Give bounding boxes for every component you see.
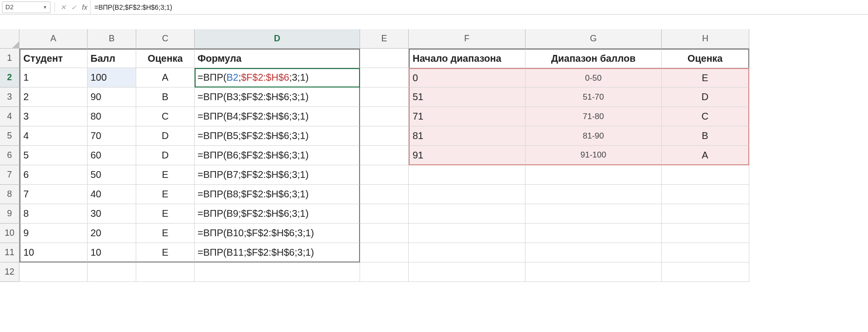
cell-D3[interactable]: =ВПР(B3;$F$2:$H$6;3;1) [195,87,360,107]
cell-F7[interactable] [409,165,525,185]
cell-G11[interactable] [525,243,662,262]
row-header-1[interactable]: 1 [0,49,19,68]
cell-A7[interactable]: 6 [19,165,88,185]
cell-E11[interactable] [360,243,409,262]
cell-H2[interactable]: E [662,68,749,87]
cell-A2[interactable]: 1 [19,68,88,87]
row-header-7[interactable]: 7 [0,165,19,185]
cell-E2[interactable] [360,68,409,87]
col-header-B[interactable]: B [88,29,136,49]
col-header-H[interactable]: H [662,29,749,49]
row-header-10[interactable]: 10 [0,224,19,243]
cell-G5[interactable]: 81-90 [525,126,662,146]
row-header-12[interactable]: 12 [0,262,19,282]
cell-A12[interactable] [19,262,88,282]
cell-C12[interactable] [136,262,195,282]
cell-A1[interactable]: Студент [19,49,88,68]
cell-D9[interactable]: =ВПР(B9;$F$2:$H$6;3;1) [195,204,360,224]
cell-G7[interactable] [525,165,662,185]
cell-F8[interactable] [409,185,525,204]
cell-F3[interactable]: 51 [409,87,525,107]
cell-D12[interactable] [195,262,360,282]
cell-C11[interactable]: E [136,243,195,262]
cell-F1[interactable]: Начало диапазона [409,49,525,68]
cell-G9[interactable] [525,204,662,224]
cell-E4[interactable] [360,107,409,126]
cell-C7[interactable]: E [136,165,195,185]
cell-C4[interactable]: C [136,107,195,126]
cell-G10[interactable] [525,224,662,243]
select-all-corner[interactable] [0,29,19,49]
cell-H5[interactable]: B [662,126,749,146]
cell-G4[interactable]: 71-80 [525,107,662,126]
cell-H4[interactable]: C [662,107,749,126]
cell-C10[interactable]: E [136,224,195,243]
cell-C2[interactable]: A [136,68,195,87]
row-header-5[interactable]: 5 [0,126,19,146]
cell-G8[interactable] [525,185,662,204]
cell-C8[interactable]: E [136,185,195,204]
cell-D2[interactable]: =ВПР(B2;$F$2:$H$6;3;1) [195,68,360,87]
row-header-9[interactable]: 9 [0,204,19,224]
cell-H10[interactable] [662,224,749,243]
row-header-6[interactable]: 6 [0,146,19,165]
cell-H8[interactable] [662,185,749,204]
cell-H6[interactable]: A [662,146,749,165]
check-icon[interactable]: ✓ [69,2,79,13]
cell-D1[interactable]: Формула [195,49,360,68]
cell-H11[interactable] [662,243,749,262]
cell-B9[interactable]: 30 [88,204,136,224]
cell-H9[interactable] [662,204,749,224]
formula-input[interactable] [90,0,868,14]
cell-A5[interactable]: 4 [19,126,88,146]
cell-D7[interactable]: =ВПР(B7;$F$2:$H$6;3;1) [195,165,360,185]
cell-H12[interactable] [662,262,749,282]
cell-F5[interactable]: 81 [409,126,525,146]
cell-B2[interactable]: 100 [88,68,136,87]
cell-E9[interactable] [360,204,409,224]
cell-D8[interactable]: =ВПР(B8;$F$2:$H$6;3;1) [195,185,360,204]
row-header-4[interactable]: 4 [0,107,19,126]
cell-F10[interactable] [409,224,525,243]
cell-H1[interactable]: Оценка [662,49,749,68]
cell-A10[interactable]: 9 [19,224,88,243]
cell-E6[interactable] [360,146,409,165]
cell-E3[interactable] [360,87,409,107]
cell-D6[interactable]: =ВПР(B6;$F$2:$H$6;3;1) [195,146,360,165]
cell-B3[interactable]: 90 [88,87,136,107]
cell-H3[interactable]: D [662,87,749,107]
cell-G1[interactable]: Диапазон баллов [525,49,662,68]
cell-C5[interactable]: D [136,126,195,146]
cell-C3[interactable]: B [136,87,195,107]
cell-A6[interactable]: 5 [19,146,88,165]
row-header-3[interactable]: 3 [0,87,19,107]
cell-E5[interactable] [360,126,409,146]
cell-E12[interactable] [360,262,409,282]
cell-D5[interactable]: =ВПР(B5;$F$2:$H$6;3;1) [195,126,360,146]
cell-D4[interactable]: =ВПР(B4;$F$2:$H$6;3;1) [195,107,360,126]
cell-B10[interactable]: 20 [88,224,136,243]
cell-B6[interactable]: 60 [88,146,136,165]
cell-A4[interactable]: 3 [19,107,88,126]
col-header-C[interactable]: C [136,29,195,49]
cell-A11[interactable]: 10 [19,243,88,262]
cell-B4[interactable]: 80 [88,107,136,126]
row-header-2[interactable]: 2 [0,68,19,87]
col-header-D[interactable]: D [195,29,360,49]
cell-F2[interactable]: 0 [409,68,525,87]
cell-D11[interactable]: =ВПР(B11;$F$2:$H$6;3;1) [195,243,360,262]
cell-C6[interactable]: D [136,146,195,165]
cell-F9[interactable] [409,204,525,224]
cell-B5[interactable]: 70 [88,126,136,146]
chevron-down-icon[interactable]: ▼ [43,5,47,10]
cell-A9[interactable]: 8 [19,204,88,224]
row-header-8[interactable]: 8 [0,185,19,204]
cell-B1[interactable]: Балл [88,49,136,68]
col-header-E[interactable]: E [360,29,409,49]
col-header-F[interactable]: F [409,29,525,49]
cell-G2[interactable]: 0-50 [525,68,662,87]
cell-B8[interactable]: 40 [88,185,136,204]
row-header-11[interactable]: 11 [0,243,19,262]
cell-B11[interactable]: 10 [88,243,136,262]
cell-G3[interactable]: 51-70 [525,87,662,107]
